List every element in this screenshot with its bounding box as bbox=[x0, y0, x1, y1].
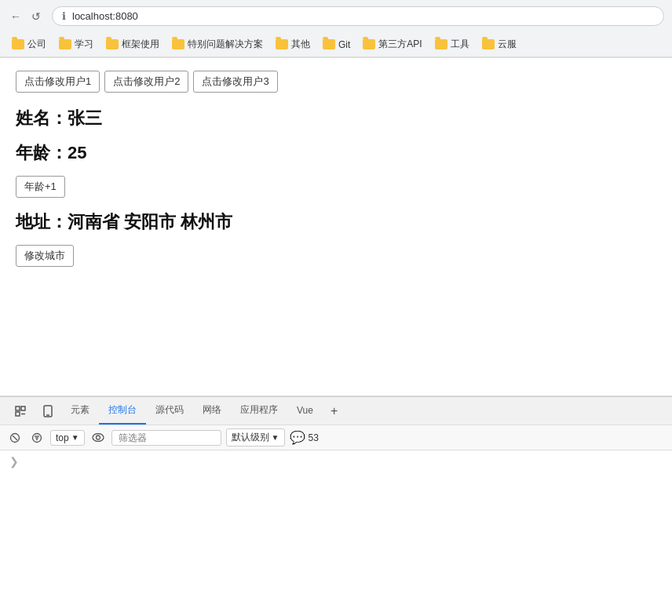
filter-input[interactable] bbox=[111, 430, 221, 446]
titlebar: ← ↺ ℹ localhost:8080 bbox=[0, 0, 672, 32]
tab-application[interactable]: 应用程序 bbox=[231, 397, 287, 425]
svg-rect-1 bbox=[21, 406, 25, 410]
svg-point-13 bbox=[96, 436, 100, 439]
bookmark-label: 工具 bbox=[451, 38, 469, 51]
bookmarks-bar: 公司 学习 框架使用 特别问题解决方案 其他 Git 第三方API 工具 bbox=[0, 32, 672, 57]
bookmark-label: Git bbox=[338, 39, 350, 50]
nav-buttons: ← ↺ bbox=[8, 9, 44, 24]
svg-point-12 bbox=[93, 434, 104, 442]
console-area: ❯ bbox=[0, 450, 672, 472]
level-label: 默认级别 bbox=[232, 431, 269, 444]
browser-chrome: ← ↺ ℹ localhost:8080 公司 学习 框架使用 特别问题解决方案… bbox=[0, 0, 672, 58]
folder-icon bbox=[59, 39, 71, 49]
bookmark-label: 学习 bbox=[75, 38, 93, 51]
age-display: 年龄：25 bbox=[16, 143, 86, 162]
url-display: localhost:8080 bbox=[72, 10, 138, 22]
level-dropdown-icon: ▼ bbox=[272, 433, 279, 442]
add-tab-button[interactable]: + bbox=[323, 398, 345, 425]
devtools-tabs-bar: 元素 控制台 源代码 网络 应用程序 Vue + bbox=[0, 397, 672, 425]
folder-icon bbox=[363, 39, 375, 49]
address-display: 地址：河南省 安阳市 林州市 bbox=[16, 212, 232, 231]
folder-icon bbox=[435, 39, 447, 49]
bookmark-label: 框架使用 bbox=[122, 38, 159, 51]
message-bubble-icon: 💬 bbox=[290, 430, 305, 445]
bookmark-tools[interactable]: 工具 bbox=[429, 35, 475, 53]
message-count-value: 53 bbox=[309, 432, 319, 443]
svg-rect-2 bbox=[16, 412, 20, 416]
svg-rect-0 bbox=[16, 406, 20, 410]
message-count: 💬 53 bbox=[290, 430, 319, 445]
devtools-mobile-icon[interactable] bbox=[35, 399, 61, 424]
tab-console[interactable]: 控制台 bbox=[99, 397, 146, 425]
name-display: 姓名：张三 bbox=[16, 108, 102, 128]
page-content: 点击修改用户1 点击修改用户2 点击修改用户3 姓名：张三 年龄：25 年龄+1… bbox=[0, 58, 672, 395]
folder-icon bbox=[12, 39, 24, 49]
edit-city-button[interactable]: 修改城市 bbox=[16, 245, 74, 267]
folder-icon bbox=[323, 39, 335, 49]
age-increment-button[interactable]: 年龄+1 bbox=[16, 176, 65, 198]
devtools-toolbar: top ▼ 默认级别 ▼ 💬 53 bbox=[0, 425, 672, 450]
context-dropdown-icon: ▼ bbox=[71, 433, 79, 442]
address-bar[interactable]: ℹ localhost:8080 bbox=[52, 6, 664, 26]
bookmark-study[interactable]: 学习 bbox=[53, 35, 99, 53]
bookmark-company[interactable]: 公司 bbox=[6, 35, 52, 53]
watch-button[interactable] bbox=[89, 429, 107, 447]
tab-network[interactable]: 网络 bbox=[193, 397, 231, 425]
devtools-inspect-icon[interactable] bbox=[6, 399, 35, 424]
user-button-2[interactable]: 点击修改用户2 bbox=[104, 71, 188, 93]
info-icon: ℹ bbox=[62, 10, 66, 22]
tab-sources[interactable]: 源代码 bbox=[146, 397, 193, 425]
folder-icon bbox=[172, 39, 184, 49]
filter-toggle-button[interactable] bbox=[28, 429, 46, 447]
age-row: 年龄：25 bbox=[16, 141, 656, 165]
bookmark-3rdapi[interactable]: 第三方API bbox=[357, 35, 427, 53]
context-selector[interactable]: top ▼ bbox=[50, 430, 85, 446]
user-button-1[interactable]: 点击修改用户1 bbox=[16, 71, 100, 93]
bookmark-git[interactable]: Git bbox=[317, 37, 356, 53]
back-button[interactable]: ← bbox=[8, 9, 24, 24]
user-button-3[interactable]: 点击修改用户3 bbox=[193, 71, 277, 93]
folder-icon bbox=[106, 39, 119, 49]
clear-console-button[interactable] bbox=[6, 429, 24, 447]
svg-line-7 bbox=[13, 436, 17, 440]
bookmark-label: 特别问题解决方案 bbox=[188, 38, 263, 51]
level-selector[interactable]: 默认级别 ▼ bbox=[226, 428, 285, 447]
context-label: top bbox=[56, 432, 69, 443]
user-buttons-row: 点击修改用户1 点击修改用户2 点击修改用户3 bbox=[16, 71, 656, 93]
bookmark-label: 云服 bbox=[498, 38, 517, 51]
folder-icon bbox=[276, 39, 288, 49]
bookmark-special[interactable]: 特别问题解决方案 bbox=[166, 35, 268, 53]
name-row: 姓名：张三 bbox=[16, 107, 656, 130]
bookmark-label: 第三方API bbox=[378, 38, 422, 51]
console-prompt-arrow[interactable]: ❯ bbox=[9, 455, 19, 468]
bookmark-label: 其他 bbox=[291, 38, 310, 51]
bookmark-framework[interactable]: 框架使用 bbox=[100, 35, 165, 53]
tab-vue[interactable]: Vue bbox=[287, 399, 323, 424]
bookmark-cloud[interactable]: 云服 bbox=[477, 35, 522, 53]
tab-elements[interactable]: 元素 bbox=[61, 397, 99, 425]
reload-button[interactable]: ↺ bbox=[28, 9, 44, 24]
folder-icon bbox=[482, 39, 495, 49]
devtools-panel: 元素 控制台 源代码 网络 应用程序 Vue + top ▼ bbox=[0, 396, 672, 472]
bookmark-other[interactable]: 其他 bbox=[270, 35, 316, 53]
address-row: 地址：河南省 安阳市 林州市 bbox=[16, 210, 656, 234]
bookmark-label: 公司 bbox=[27, 38, 46, 51]
